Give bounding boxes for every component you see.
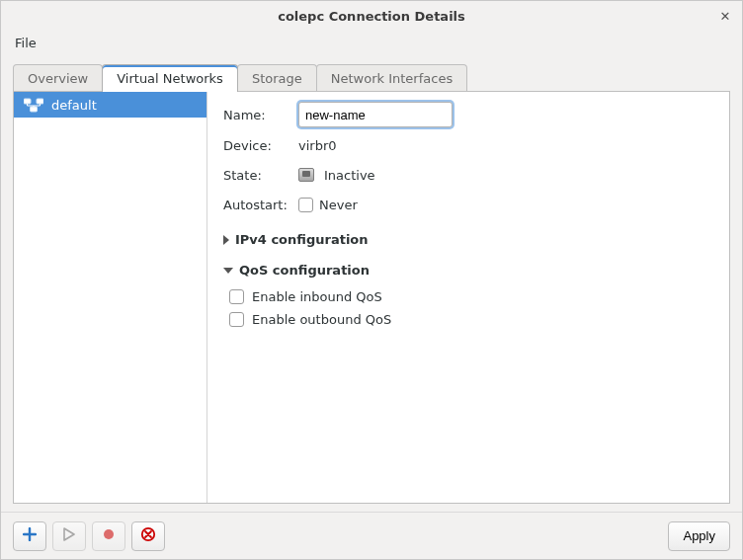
network-icon bbox=[24, 97, 43, 113]
svg-rect-0 bbox=[24, 99, 31, 104]
chevron-right-icon bbox=[223, 235, 229, 245]
svg-rect-2 bbox=[31, 107, 38, 112]
label-name: Name: bbox=[223, 108, 292, 122]
chevron-down-icon bbox=[223, 268, 233, 274]
add-network-button[interactable] bbox=[13, 521, 46, 551]
value-autostart: Never bbox=[319, 198, 358, 212]
network-item-label: default bbox=[51, 98, 97, 113]
value-state: Inactive bbox=[324, 168, 375, 183]
expander-qos[interactable]: QoS configuration bbox=[223, 263, 715, 278]
apply-button[interactable]: Apply bbox=[668, 521, 730, 551]
row-device: Device: virbr0 bbox=[223, 133, 715, 157]
connection-details-window: colepc Connection Details ✕ File Overvie… bbox=[0, 0, 743, 560]
record-icon bbox=[102, 527, 116, 544]
qos-outbound-label: Enable outbound QoS bbox=[252, 312, 391, 327]
bottom-toolbar: Apply bbox=[1, 512, 742, 559]
window-title: colepc Connection Details bbox=[278, 9, 465, 24]
qos-inbound-row[interactable]: Enable inbound QoS bbox=[229, 289, 715, 304]
tab-label: Virtual Networks bbox=[117, 71, 223, 86]
row-autostart: Autostart: Never bbox=[223, 193, 715, 216]
network-list: default bbox=[14, 92, 207, 503]
menu-file[interactable]: File bbox=[7, 34, 44, 52]
titlebar: colepc Connection Details ✕ bbox=[1, 1, 742, 31]
expander-qos-label: QoS configuration bbox=[239, 263, 370, 278]
delete-network-button[interactable] bbox=[131, 521, 165, 551]
stop-network-button[interactable] bbox=[92, 521, 125, 551]
tab-network-interfaces[interactable]: Network Interfaces bbox=[316, 64, 467, 92]
qos-inbound-checkbox[interactable] bbox=[229, 289, 244, 304]
tab-virtual-networks[interactable]: Virtual Networks bbox=[102, 64, 238, 92]
menubar: File bbox=[1, 31, 742, 54]
tab-label: Overview bbox=[28, 71, 88, 86]
tab-label: Storage bbox=[252, 71, 302, 86]
toolbar-left bbox=[13, 521, 165, 551]
qos-body: Enable inbound QoS Enable outbound QoS bbox=[223, 289, 715, 327]
tab-overview[interactable]: Overview bbox=[13, 64, 103, 92]
network-details: Name: Device: virbr0 State: Inactive Aut… bbox=[207, 92, 729, 503]
expander-ipv4-label: IPv4 configuration bbox=[235, 232, 369, 247]
row-state: State: Inactive bbox=[223, 163, 715, 187]
tab-storage[interactable]: Storage bbox=[237, 64, 317, 92]
autostart-checkbox[interactable] bbox=[298, 198, 313, 212]
monitor-icon bbox=[298, 168, 314, 182]
apply-label: Apply bbox=[683, 528, 715, 543]
close-icon[interactable]: ✕ bbox=[716, 7, 734, 25]
qos-outbound-checkbox[interactable] bbox=[229, 312, 244, 327]
tab-panel-virtual-networks: default Name: Device: virbr0 State: Inac… bbox=[13, 92, 730, 504]
label-state: State: bbox=[223, 168, 292, 183]
network-item-default[interactable]: default bbox=[14, 92, 206, 118]
svg-rect-1 bbox=[37, 99, 43, 104]
plus-icon bbox=[23, 527, 37, 544]
play-icon bbox=[63, 527, 75, 544]
qos-outbound-row[interactable]: Enable outbound QoS bbox=[229, 312, 715, 327]
cancel-icon bbox=[140, 526, 156, 545]
qos-inbound-label: Enable inbound QoS bbox=[252, 289, 382, 304]
label-device: Device: bbox=[223, 138, 292, 153]
tabs: Overview Virtual Networks Storage Networ… bbox=[1, 54, 742, 92]
tab-label: Network Interfaces bbox=[331, 71, 453, 86]
start-network-button[interactable] bbox=[52, 521, 86, 551]
svg-point-3 bbox=[104, 529, 114, 539]
name-input[interactable] bbox=[298, 102, 453, 127]
expander-ipv4[interactable]: IPv4 configuration bbox=[223, 232, 715, 247]
row-name: Name: bbox=[223, 102, 715, 127]
network-list-scroll[interactable]: default bbox=[14, 92, 206, 503]
label-autostart: Autostart: bbox=[223, 198, 292, 212]
value-device: virbr0 bbox=[298, 138, 337, 153]
